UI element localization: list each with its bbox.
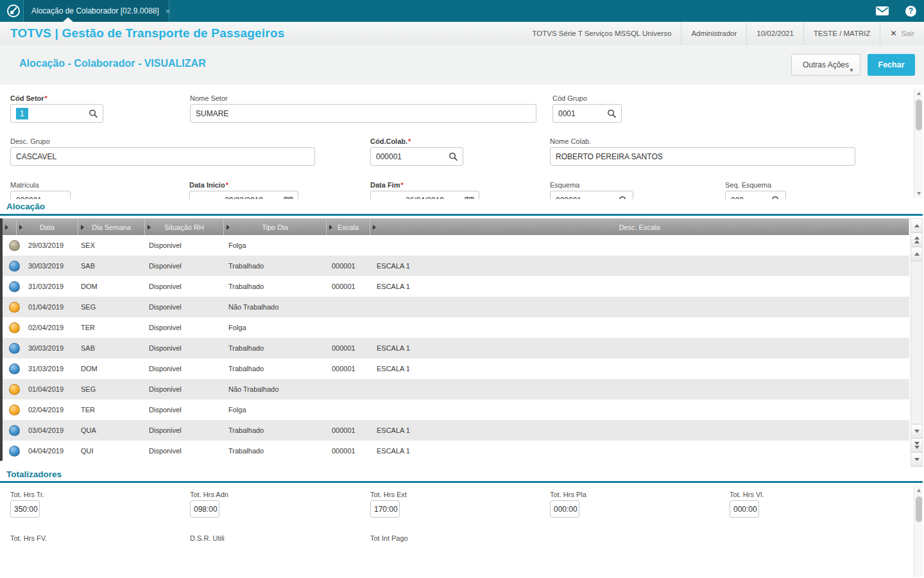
column-handle-icon [373,225,376,230]
company-branch: TESTE / MATRIZ [803,22,880,45]
grid-column-header-dia-semana[interactable]: Dia Semana [78,219,145,235]
other-actions-button[interactable]: Outras Ações ▼ [791,54,860,76]
cell-tipo-dia: Trabalhado [224,426,327,434]
close-button[interactable]: Fechar [868,54,915,76]
cell-data: 31/03/2019 [26,365,78,372]
status-ball-icon [9,384,20,395]
tot-hrs-tr-input[interactable]: 350:00 [10,500,40,518]
data-inicio-input[interactable]: 29/03/2019 [189,191,298,199]
matricula-input[interactable]: 000001 [10,191,71,199]
tot-hrs-adn-input[interactable]: 098:00 [190,500,219,518]
tot-int-pago-label: Tot Int Pago [370,534,408,542]
grid-scroll-bottom-icon[interactable] [911,452,922,466]
cell-data: 30/03/2019 [26,344,78,352]
grid-column-header-escala[interactable]: Escala [327,219,370,235]
cell-situacao-rh: Disponivel [145,344,224,352]
table-row[interactable]: 01/04/2019 SEG Disponivel Não Trabalhado [3,297,909,317]
table-row[interactable]: 30/03/2019 SAB Disponivel Trabalhado 000… [3,256,909,276]
status-ball-icon [9,261,20,272]
table-row[interactable]: 31/03/2019 DOM Disponivel Trabalhado 000… [3,358,909,379]
table-row[interactable]: 29/03/2019 SEX Disponivel Folga [3,235,909,256]
esquema-input[interactable]: 000001 [550,191,633,199]
cell-escala: 000001 [327,344,370,352]
cell-escala: 000001 [327,283,370,290]
grid-scroll-track[interactable] [911,261,922,424]
cell-tipo-dia: Trabalhado [224,262,327,270]
seq-esquema-input[interactable]: 003 [725,191,786,199]
cod-colab-input[interactable]: 000001 [370,147,463,166]
grid-scroll-up-icon[interactable] [911,219,922,233]
cell-data: 30/03/2019 [26,262,78,270]
grid-scrollbar[interactable] [911,218,923,467]
scrollbar-thumb[interactable] [916,100,922,130]
totvs-logo-icon[interactable] [6,3,21,19]
grid-column-header-tipo-dia[interactable]: Tipo Dia [224,219,327,235]
scroll-up-icon[interactable] [914,486,923,495]
cell-situacao-rh: Disponivel [145,303,224,311]
search-icon[interactable] [771,195,781,199]
table-row[interactable]: 02/04/2019 TER Disponivel Folga [3,399,909,420]
grid-scroll-page-up-icon[interactable] [911,233,922,247]
cell-escala: 000001 [327,447,370,455]
column-handle-icon [81,225,84,230]
table-row[interactable]: 03/04/2019 QUA Disponivel Trabalhado 000… [3,420,909,441]
grid-column-header[interactable] [3,219,17,235]
data-fim-input[interactable]: 26/04/2019 [370,191,479,199]
status-ball-icon [9,425,20,436]
matricula-label: Matricula [10,181,39,189]
grid-column-header-data[interactable]: Data [17,219,78,235]
cod-colab-label: Cód.Colab.* [370,137,411,145]
cell-situacao-rh: Disponivel [145,365,224,372]
tot-hrs-pla-input[interactable]: 000:00 [550,500,579,518]
tab-close-icon[interactable]: × [166,6,171,16]
form-scrollbar[interactable] [914,89,923,198]
table-row[interactable]: 02/04/2019 TER Disponivel Folga [3,317,909,338]
totalizadores-scrollbar[interactable] [914,486,923,577]
cell-dia-semana: SEX [78,241,145,249]
nome-setor-input[interactable]: SUMARE [190,104,536,123]
tot-hrs-ext-input[interactable]: 170:00 [370,500,400,518]
status-ball-icon [9,281,20,292]
search-icon[interactable] [89,109,98,118]
search-icon[interactable] [619,195,628,199]
grid-column-header-desc-escala[interactable]: Desc. Escala [370,219,909,235]
calendar-icon[interactable] [465,196,474,199]
grid-scroll-page-down-icon[interactable] [911,438,922,452]
search-icon[interactable] [449,152,458,161]
table-row[interactable]: 31/03/2019 DOM Disponivel Trabalhado 000… [3,276,909,297]
nome-colab-input[interactable]: ROBERTO PEREIRA SANTOS [550,147,855,166]
cell-tipo-dia: Não Trabalhado [224,385,327,393]
grid-column-header-situacao-rh[interactable]: Situação RH [145,219,224,235]
cell-dia-semana: QUA [78,426,145,434]
tot-hrs-vl-input[interactable]: 000:00 [730,500,759,518]
cell-desc-escala: ESCALA 1 [370,344,909,352]
cell-desc-escala: ESCALA 1 [370,283,909,290]
help-icon[interactable]: ? [905,6,916,17]
desc-grupo-input[interactable]: CASCAVEL [10,147,315,166]
status-ball-icon [9,302,20,313]
page-header: Alocação - Colaborador - VISUALIZAR Outr… [0,45,924,85]
cell-dia-semana: SEG [78,385,145,393]
table-row[interactable]: 04/04/2019 QUI Disponivel Trabalhado 000… [3,441,909,461]
table-row[interactable]: 01/04/2019 SEG Disponivel Não Trabalhado [3,379,909,399]
table-row[interactable]: 30/03/2019 SAB Disponivel Trabalhado 000… [3,338,909,358]
scrollbar-thumb[interactable] [916,496,922,522]
cell-situacao-rh: Disponivel [145,385,224,393]
user-name: Administrador [681,22,746,45]
mail-icon[interactable] [876,6,889,15]
cell-desc-escala: ESCALA 1 [370,365,909,372]
calendar-icon[interactable] [284,196,293,199]
esquema-label: Esquema [550,181,579,189]
grid-scroll-top-icon[interactable] [911,247,922,261]
data-inicio-label: Data Inicio* [189,181,228,189]
logout-button[interactable]: ✕ Sair [880,22,924,45]
active-tab-caret [63,17,73,22]
cod-grupo-input[interactable]: 0001 [552,104,622,123]
grid-scroll-down-icon[interactable] [911,424,922,438]
scroll-up-icon[interactable] [914,89,923,98]
search-icon[interactable] [607,109,617,118]
brand-bar: TOTVS | Gestão de Transporte de Passagei… [0,22,924,46]
cod-setor-input[interactable]: 1 [10,104,103,123]
open-program-tab[interactable]: Alocação de Colaborador [02.9.0088] × [23,0,169,22]
scroll-down-icon[interactable] [914,189,923,198]
